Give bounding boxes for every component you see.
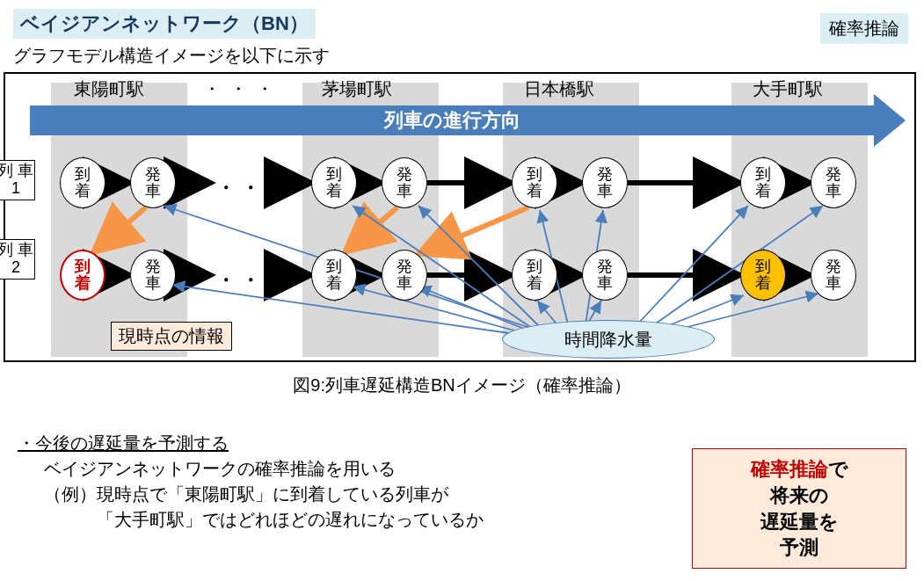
node-t1-s4-arr: 到 着 [740,157,786,208]
bullet-l3: 「大手町駅」ではどれほどの遅れになっているか [18,507,484,533]
node-t2-s3-arr: 到 着 [512,250,557,301]
bullet-section: ・今後の遅延量を予測する ベイジアンネットワークの確率推論を用いる （例）現時点… [18,431,484,533]
node-t1-s2-arr: 到 着 [311,157,357,208]
node-t1-s4-dep: 発 車 [811,157,856,208]
bullet-l2: （例）現時点で「東陽町駅」に到着している列車が [18,482,484,507]
node-t1-s3-arr: 到 着 [512,157,557,208]
station-label-3: 日本橋駅 [524,77,594,101]
node-t2-s4-dep: 発 車 [811,250,856,301]
station-label-1: 東陽町駅 [74,77,144,101]
subtitle: グラフモデル構造イメージを以下に示す [13,44,330,68]
future-l1a: 確率推論 [751,458,828,480]
node-t1-s1-arr: 到 着 [60,157,105,208]
station-label-2: 茅場町駅 [322,77,392,101]
future-box: 確率推論で 将来の 遅延量を 予測 [692,448,906,569]
station-label-4: 大手町駅 [753,77,823,101]
node-t2-s4-arr-target: 到 着 [740,250,786,301]
future-l3: 遅延量を [698,509,900,535]
node-t2-s2-arr: 到 着 [311,250,357,301]
node-t1-s3-dep: 発 車 [582,157,628,208]
node-t2-s1-dep: 発 車 [130,250,176,301]
station-ellipsis: ・・・ [203,77,282,101]
future-l1b: で [828,458,848,480]
future-l4: 予測 [698,534,900,561]
bullet-l1: ベイジアンネットワークの確率推論を用いる [18,456,484,482]
node-t2-s2-dep: 発 車 [382,250,427,301]
current-info-label: 現時点の情報 [111,322,232,351]
page-title: ベイジアンネットワーク（BN） [13,9,316,39]
node-t1-s2-dep: 発 車 [382,157,427,208]
direction-label: 列車の進行方向 [384,107,520,134]
bn-diagram: 東陽町駅 ・・・ 茅場町駅 日本橋駅 大手町駅 列車の進行方向 列 車 1 列 … [4,72,916,362]
node-t2-s1-arr-current: 到 着 [60,250,105,301]
node-t2-s3-dep: 発 車 [582,250,628,301]
direction-arrow: 列車の進行方向 [30,105,906,135]
train-label-2: 列 車 2 [0,239,35,280]
train-label-1: 列 車 1 [0,160,35,200]
rain-node: 時間降水量 [502,320,715,359]
figure-caption: 図9:列車遅延構造BNイメージ（確率推論） [0,374,924,397]
future-l2: 将来の [698,483,900,509]
row2-ellipsis: ・・・ [216,267,290,294]
node-t1-s1-dep: 発 車 [130,157,176,208]
bullet-heading: ・今後の遅延量を予測する [18,433,229,453]
top-right-tag: 確率推論 [820,13,908,44]
row1-ellipsis: ・・・ [216,175,290,201]
